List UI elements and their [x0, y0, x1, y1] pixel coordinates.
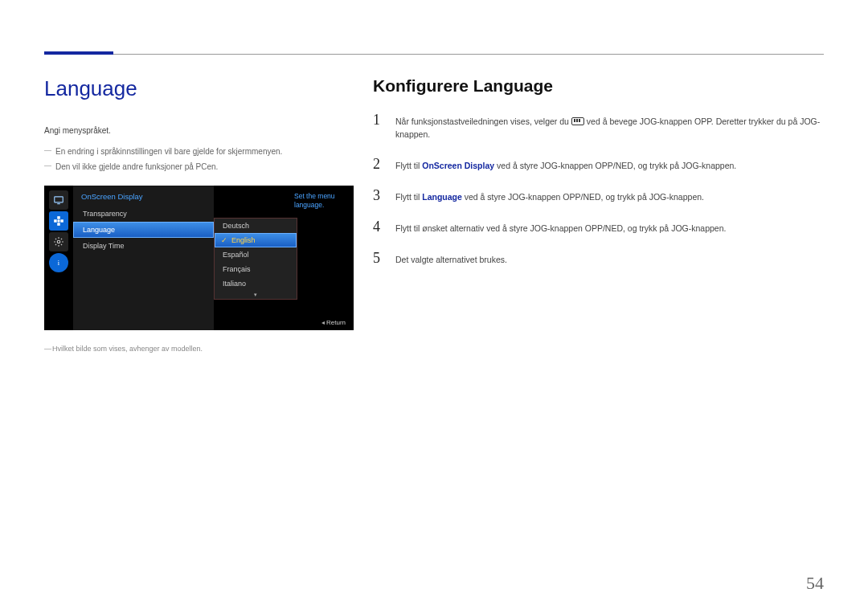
svg-rect-4: [57, 216, 60, 219]
separator-accent: [44, 51, 113, 55]
intro-text: Angi menyspråket.: [44, 124, 354, 137]
step: 1Når funksjonstastveiledningen vises, ve…: [373, 112, 824, 141]
chevron-down-icon: ▾: [215, 291, 297, 299]
osd-submenu-item: Español: [215, 247, 297, 262]
osd-menu-item: Transparency: [73, 206, 214, 222]
step-number: 1: [373, 112, 384, 129]
note-item: En endring i språkinnstillingen vil bare…: [44, 144, 354, 159]
svg-rect-1: [57, 203, 60, 204]
step: 5Det valgte alternativet brukes.: [373, 250, 824, 267]
footnote: Hvilket bilde som vises, avhenger av mod…: [44, 345, 354, 353]
osd-submenu-item: Français: [215, 262, 297, 276]
svg-point-6: [57, 219, 60, 223]
step-text: Det valgte alternativet brukes.: [395, 254, 824, 267]
osd-menu-item-selected: Language: [73, 222, 214, 238]
step: 2Flytt til OnScreen Display ved å styre …: [373, 156, 824, 173]
separator-line: [44, 54, 824, 55]
svg-rect-3: [60, 219, 63, 223]
osd-submenu-item: Italiano: [215, 276, 297, 291]
page-title: Language: [44, 76, 354, 101]
menu-icon: [571, 117, 584, 125]
step-number: 5: [373, 250, 384, 267]
osd-icon-sidebar: i: [44, 186, 73, 330]
step-number: 3: [373, 187, 384, 204]
note-item: Den vil ikke gjelde andre funksjoner på …: [44, 159, 354, 174]
osd-submenu-item: Deutsch: [215, 219, 297, 233]
step: 4Flytt til ønsket alternativ ved å styre…: [373, 219, 824, 235]
emphasis: OnScreen Display: [422, 161, 494, 170]
osd-display-icon: [49, 211, 68, 231]
step-text: Flytt til Language ved å styre JOG-knapp…: [395, 191, 824, 204]
svg-rect-2: [54, 219, 57, 223]
step-text: Flytt til OnScreen Display ved å styre J…: [395, 160, 824, 173]
svg-point-7: [57, 240, 60, 243]
osd-submenu-item-selected: English: [215, 233, 297, 247]
step-number: 2: [373, 156, 384, 173]
osd-menu-panel: OnScreen Display Transparency Language D…: [73, 186, 214, 330]
osd-return-label: Return: [321, 319, 346, 326]
step-text: Flytt til ønsket alternativ ved å styre …: [395, 223, 824, 235]
page-number: 54: [806, 573, 824, 594]
step-text: Når funksjonstastveiledningen vises, vel…: [395, 116, 824, 141]
svg-rect-0: [55, 197, 63, 202]
svg-rect-5: [57, 223, 60, 226]
step-list: 1Når funksjonstastveiledningen vises, ve…: [373, 112, 824, 267]
info-icon: i: [49, 253, 68, 272]
note-list: En endring i språkinnstillingen vil bare…: [44, 144, 354, 174]
setup-icon: [49, 232, 68, 251]
osd-submenu: Deutsch English Español Français Italian…: [214, 218, 297, 300]
step: 3Flytt til Language ved å styre JOG-knap…: [373, 187, 824, 204]
section-title: Konfigurere Language: [373, 76, 824, 96]
osd-menu-header: OnScreen Display: [73, 189, 214, 206]
picture-icon: [49, 190, 68, 210]
osd-screenshot: i OnScreen Display Transparency Language…: [44, 186, 354, 330]
step-number: 4: [373, 219, 384, 235]
emphasis: Language: [422, 192, 462, 202]
osd-help-text: Set the menu language.: [294, 192, 346, 210]
osd-menu-item: Display Time: [73, 238, 214, 254]
